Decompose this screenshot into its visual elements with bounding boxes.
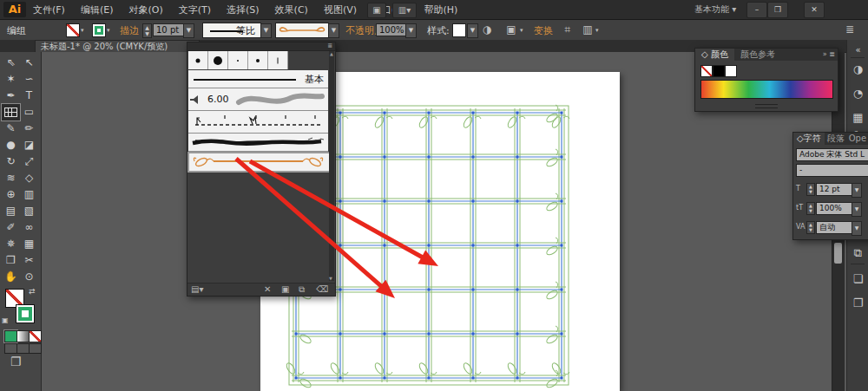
style-swatch[interactable] <box>452 23 466 37</box>
workspace-layout-icon[interactable]: ▥▾ <box>392 3 417 18</box>
tab-character[interactable]: ◇字符 <box>793 133 825 145</box>
default-fill-stroke-icon[interactable]: ▣ <box>2 316 9 324</box>
kerning-stepper[interactable]: ▲▼ <box>806 221 815 234</box>
remove-brush-stroke-icon[interactable]: ✕ <box>264 283 271 296</box>
blend-tool[interactable]: ∞ <box>20 219 38 236</box>
gradient-mode-button[interactable] <box>16 330 30 342</box>
menu-item-2[interactable]: 对象(O) <box>128 3 162 16</box>
fill-swatch[interactable] <box>66 23 80 37</box>
menu-item-8[interactable]: 帮助(H) <box>424 3 457 16</box>
document-setup-caret-icon[interactable]: ▾ <box>520 27 523 34</box>
style-caret-icon[interactable]: ▼ <box>467 23 478 38</box>
rectangle-tool[interactable]: ▭ <box>20 104 38 121</box>
tab-color-guide[interactable]: 颜色参考 <box>734 49 781 61</box>
calligraphic-brush-2pt[interactable] <box>248 51 268 69</box>
panel-scrollbar[interactable]: ▲ ▼ <box>329 51 334 281</box>
gradient-panel-icon[interactable]: ◔ <box>850 85 866 101</box>
magic-wand-tool[interactable]: ✶ <box>2 71 20 88</box>
opacity-field[interactable]: 100% <box>376 23 409 36</box>
delete-brush-icon[interactable]: ⌫ <box>316 283 328 296</box>
workspace-switcher[interactable]: 基本功能 ▾ <box>694 3 736 16</box>
draw-behind-button[interactable] <box>16 343 30 354</box>
screen-mode-icon[interactable]: ❐ <box>10 355 22 368</box>
blob-brush-tool[interactable]: ● <box>2 137 20 153</box>
align-icon[interactable]: ⌗ <box>560 23 575 36</box>
font-size-caret-icon[interactable]: ▼ <box>852 183 862 198</box>
symbol-sprayer-tool[interactable]: ✵ <box>2 236 20 252</box>
control-panel-menu-icon[interactable]: ≣ <box>842 23 858 36</box>
app-logo-icon[interactable]: Ai <box>3 2 26 17</box>
hand-tool[interactable]: ✋ <box>2 269 20 285</box>
leading-stepper[interactable]: ▲▼ <box>806 202 815 215</box>
swap-fill-stroke-icon[interactable]: ⇄ <box>29 287 36 296</box>
eraser-tool[interactable]: ◪ <box>20 137 38 153</box>
brush-libraries-icon[interactable]: ▤▾ <box>191 283 203 296</box>
font-family-field[interactable]: Adobe 宋体 Std L <box>796 148 868 161</box>
stroke-width-field[interactable]: 10 pt <box>153 23 186 36</box>
color-spectrum-bar[interactable] <box>700 80 833 99</box>
none-mode-button[interactable] <box>29 330 42 342</box>
collapse-dock-icon[interactable]: « <box>850 42 866 58</box>
calligraphic-brush-1pt[interactable] <box>228 51 248 69</box>
font-size-stepper[interactable]: ▲▼ <box>806 183 815 196</box>
panel-resize-grip[interactable] <box>755 104 778 108</box>
color-mode-button[interactable] <box>4 330 17 342</box>
stroke-swatch[interactable] <box>92 23 106 37</box>
minimize-button[interactable]: – <box>746 2 767 18</box>
profile-caret-icon[interactable]: ▼ <box>260 23 272 38</box>
font-style-field[interactable]: - <box>796 164 868 177</box>
kerning-caret-icon[interactable]: ▼ <box>852 221 862 236</box>
options-of-selected-object-icon[interactable]: ▣ <box>281 283 289 296</box>
selection-tool[interactable]: ↖ <box>20 55 38 71</box>
slice-tool[interactable]: ✂ <box>20 252 38 269</box>
menu-item-6[interactable]: 视图(V) <box>324 3 357 16</box>
decorative-scroll-brush-row[interactable] <box>188 153 330 172</box>
swatches-panel-icon[interactable]: ▦ <box>850 109 866 126</box>
more-options-icon[interactable]: ▥ <box>580 23 595 36</box>
artboards-panel-icon[interactable]: ❐ <box>850 295 866 311</box>
leading-field[interactable]: 100% <box>816 202 852 215</box>
pen-tool[interactable]: ✒ <box>2 88 20 104</box>
more-options-caret-icon[interactable]: ▾ <box>595 27 599 34</box>
calligraphic-brush-3pt[interactable] <box>188 51 208 69</box>
dashed-art-brush-row[interactable] <box>188 111 328 134</box>
paintbrush-tool[interactable]: ✎ <box>2 121 20 137</box>
lasso-tool[interactable]: ∽ <box>20 71 38 88</box>
leading-caret-icon[interactable]: ▼ <box>852 202 862 217</box>
perspective-grid-tool[interactable]: ◇ <box>20 170 38 186</box>
brush-caret-icon[interactable]: ▼ <box>328 23 339 38</box>
rectangular-grid-tool[interactable] <box>2 104 20 121</box>
opacity-caret-icon[interactable]: ▼ <box>405 23 417 38</box>
new-brush-icon[interactable]: ⧉ <box>299 283 305 296</box>
gradient-tool[interactable]: ▧ <box>20 203 38 219</box>
menu-item-5[interactable]: 效果(C) <box>275 3 308 16</box>
menu-item-1[interactable]: 编辑(E) <box>81 3 114 16</box>
column-graph-tool[interactable]: ▥ <box>20 186 38 203</box>
black-swatch[interactable] <box>713 65 725 77</box>
stroke-width-caret-icon[interactable]: ▼ <box>183 23 194 38</box>
restore-button[interactable]: ❐ <box>767 2 788 18</box>
recolor-artwork-icon[interactable]: ◑ <box>479 23 495 36</box>
basic-brush-row[interactable]: 基本 <box>188 70 328 88</box>
panel-menu-icon[interactable]: ≣ <box>829 50 835 58</box>
graph-tool[interactable]: ▦ <box>20 236 38 252</box>
panel-menu-icon[interactable]: ≣ <box>327 42 332 50</box>
tab-opentype[interactable]: Ope <box>847 133 868 145</box>
brush-definition-preview[interactable] <box>275 23 329 38</box>
menu-item-3[interactable]: 文字(T) <box>179 3 211 16</box>
pencil-tool[interactable]: ✏ <box>20 121 38 137</box>
scroll-up-icon[interactable]: ▲ <box>330 51 333 56</box>
stroke-link[interactable]: 描边 <box>120 24 139 37</box>
draw-normal-button[interactable] <box>4 343 17 354</box>
mesh-tool[interactable]: ▤ <box>2 203 20 219</box>
white-swatch[interactable] <box>725 65 737 77</box>
layers-panel-icon[interactable]: ❏ <box>850 270 866 287</box>
kerning-field[interactable]: 自动 <box>816 221 852 234</box>
draw-inside-button[interactable] <box>29 343 42 354</box>
tab-paragraph[interactable]: 段落 <box>825 133 847 145</box>
fill-caret-icon[interactable]: ▾ <box>81 27 84 34</box>
transform-link[interactable]: 变换 <box>534 24 553 37</box>
direct-selection-tool[interactable]: ⇖ <box>2 55 20 71</box>
stroke-color-swatch[interactable] <box>16 304 35 323</box>
artboard-tool[interactable]: ❐ <box>2 252 20 269</box>
